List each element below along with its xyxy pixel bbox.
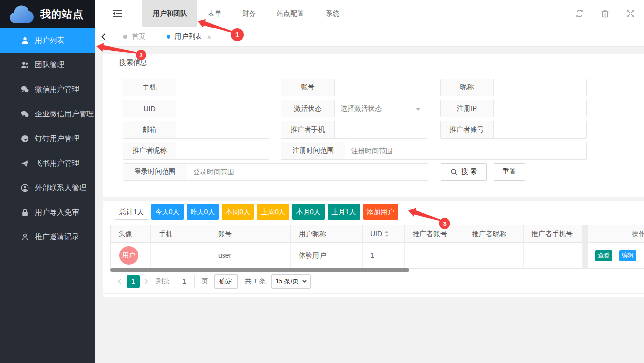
sidebar-item-wechat-users[interactable]: 微信用户管理	[0, 77, 95, 102]
lock-icon	[21, 208, 29, 217]
field-uid: UID	[123, 100, 269, 117]
login-time-input[interactable]	[187, 164, 428, 180]
topbar: 用户和团队 表单 财务 站点配置 系统	[95, 0, 644, 27]
field-register-time: 注册时间范围	[281, 142, 587, 160]
tab-dot	[167, 35, 170, 39]
topnav-tab-site-config[interactable]: 站点配置	[270, 0, 311, 27]
register-time-input[interactable]	[345, 142, 586, 159]
topnav-tab-users-teams[interactable]: 用户和团队	[142, 0, 197, 27]
refresh-icon[interactable]	[575, 9, 584, 18]
col-header-avatar: 头像	[110, 225, 151, 243]
page-tab-user-list[interactable]: 用户列表 ×	[157, 27, 221, 47]
per-page-select[interactable]: 15 条/页	[271, 274, 311, 289]
account-input[interactable]	[335, 79, 427, 96]
register-ip-input[interactable]	[494, 100, 586, 117]
sidebar-item-invite-records[interactable]: 推广邀请记录	[0, 224, 95, 249]
site-title: 我的站点	[40, 7, 84, 21]
sidebar-item-label: 飞书用户管理	[35, 159, 79, 168]
prev-page-button[interactable]	[118, 279, 123, 284]
page-tab-home[interactable]: 首页	[112, 27, 157, 47]
topnav-tab-finance[interactable]: 财务	[235, 0, 263, 27]
stat-this-week-button[interactable]: 本周0人	[222, 204, 254, 220]
stat-last-month-button[interactable]: 上月1人	[328, 204, 360, 220]
tab-dot	[123, 35, 127, 39]
nickname-input[interactable]	[494, 79, 586, 96]
card-divider	[103, 293, 644, 294]
reset-button[interactable]: 重置	[494, 163, 525, 181]
collapse-menu-icon[interactable]	[113, 10, 122, 17]
phone-input[interactable]	[176, 79, 269, 96]
dropdown-arrow-icon	[416, 108, 420, 111]
stat-last-week-button[interactable]: 上周0人	[257, 204, 289, 220]
promoter-nickname-input[interactable]	[176, 142, 269, 159]
fullscreen-icon[interactable]	[626, 9, 635, 18]
field-label: 账号	[281, 79, 335, 96]
col-header-promoter-phone: 推广者手机号	[524, 225, 583, 243]
trash-icon[interactable]	[601, 9, 609, 18]
sidebar-item-label: 外部联系人管理	[35, 183, 86, 193]
edit-button[interactable]: 编辑	[619, 250, 636, 261]
col-header-label: 操作	[632, 225, 644, 243]
topnav-tab-label: 表单	[208, 9, 222, 17]
stat-total-button[interactable]: 总计1人	[115, 204, 148, 220]
col-header-nickname: 用户昵称	[291, 225, 363, 243]
search-button[interactable]: 搜 索	[441, 163, 487, 181]
page-1-button[interactable]: 1	[127, 275, 140, 288]
horizontal-scrollbar[interactable]	[110, 268, 409, 272]
col-header-uid: UID	[363, 225, 405, 243]
table-panel: 总计1人 今天0人 昨天0人 本周0人 上周0人 本月0人 上月1人 添加用户 …	[103, 201, 644, 297]
add-user-button[interactable]: 添加用户	[363, 204, 398, 220]
confirm-page-button[interactable]: 确定	[214, 274, 238, 289]
stat-yesterday-button[interactable]: 昨天0人	[187, 204, 219, 220]
topnav-tab-system[interactable]: 系统	[319, 0, 346, 27]
cloud-logo-icon	[8, 5, 35, 24]
field-label: 昵称	[441, 79, 494, 96]
col-header-operations: 操作	[588, 225, 644, 243]
per-page-value: 15 条/页	[276, 277, 299, 286]
field-promoter-phone: 推广者手机	[281, 121, 427, 139]
topnav-tab-label: 站点配置	[277, 9, 304, 17]
stat-today-button[interactable]: 今天0人	[151, 204, 184, 220]
field-label: 登录时间范围	[123, 164, 187, 180]
next-page-button[interactable]	[144, 279, 149, 284]
sidebar-item-dingtalk-users[interactable]: 钉钉用户管理	[0, 126, 95, 151]
goto-page-input[interactable]	[174, 275, 195, 288]
close-icon[interactable]: ×	[207, 33, 212, 41]
sidebar-item-feishu-users[interactable]: 飞书用户管理	[0, 151, 95, 175]
field-register-ip: 注册IP	[440, 100, 587, 117]
sidebar-item-team[interactable]: 团队管理	[0, 53, 95, 77]
topnav-tab-label: 用户和团队	[153, 9, 187, 17]
topnav-tab-label: 财务	[242, 9, 256, 17]
col-header-promoter-nickname: 推广者昵称	[464, 225, 524, 243]
chevron-right-icon	[144, 279, 148, 284]
sort-icon[interactable]	[385, 231, 389, 237]
search-icon	[450, 168, 458, 176]
cell-promoter-phone	[524, 243, 583, 269]
sidebar-item-user-list[interactable]: 用户列表	[0, 28, 95, 53]
sidebar-item-wechat-work-users[interactable]: 企业微信用户管理	[0, 102, 95, 126]
sidebar-item-label: 钉钉用户管理	[35, 134, 79, 143]
view-button[interactable]: 查看	[595, 250, 612, 261]
total-count-label: 共 1 条	[245, 277, 266, 286]
email-input[interactable]	[176, 121, 269, 138]
sidebar-item-label: 用户导入免审	[35, 208, 79, 217]
tab-scroll-left-button[interactable]	[95, 27, 112, 47]
goto-suffix-label: 页	[201, 277, 208, 286]
sidebar-menu: 用户列表 团队管理 微信用户管理 企业微信用户管理 钉钉用户管理 飞书用户管理	[0, 28, 95, 249]
sidebar-item-external-contacts[interactable]: 外部联系人管理	[0, 175, 95, 200]
search-legend: 搜索信息	[116, 58, 150, 67]
wechat-icon	[21, 85, 29, 94]
promoter-phone-input[interactable]	[335, 121, 427, 138]
col-header-account: 账号	[210, 225, 291, 243]
sidebar-item-user-import[interactable]: 用户导入免审	[0, 200, 95, 224]
page-tabbar: 首页 用户列表 ×	[95, 27, 644, 47]
topnav-tab-forms[interactable]: 表单	[201, 0, 228, 27]
cell-uid: 1	[363, 243, 405, 269]
field-label: 推广者手机	[281, 121, 335, 138]
field-login-time: 登录时间范围	[123, 163, 428, 181]
field-label: 推广者昵称	[123, 142, 176, 159]
promoter-account-input[interactable]	[494, 121, 586, 138]
active-status-select[interactable]: 选择激活状态	[335, 100, 427, 117]
stat-this-month-button[interactable]: 本月0人	[292, 204, 325, 220]
uid-input[interactable]	[176, 100, 269, 117]
